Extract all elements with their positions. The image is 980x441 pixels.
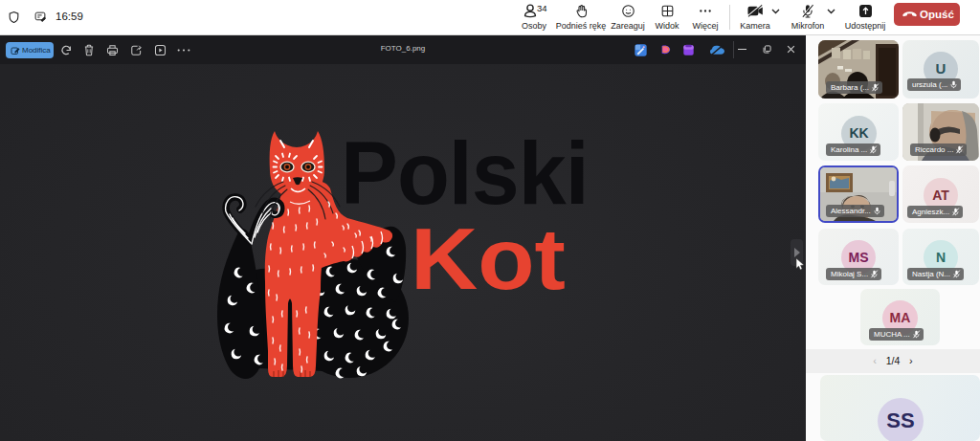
- svg-text:34: 34: [537, 4, 547, 13]
